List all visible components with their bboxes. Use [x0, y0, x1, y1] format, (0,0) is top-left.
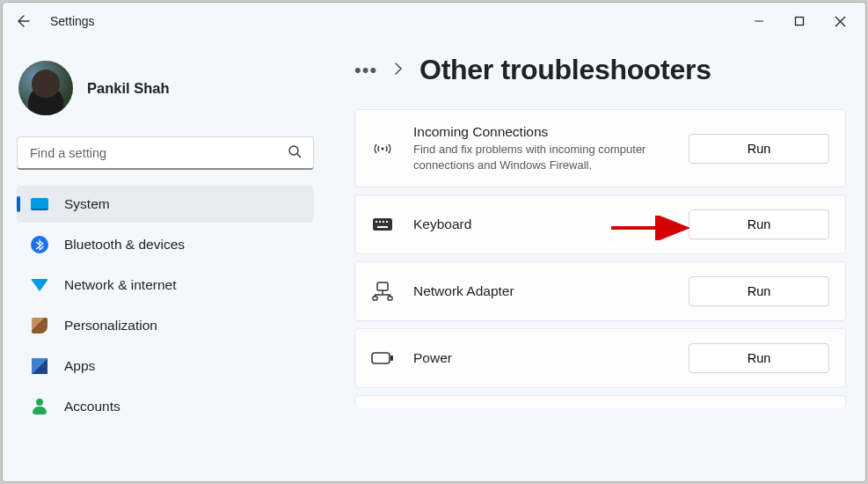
- profile[interactable]: Pankil Shah: [13, 54, 317, 131]
- svg-point-2: [289, 146, 298, 155]
- sidebar: Pankil Shah System Bluetooth & devices: [3, 40, 328, 481]
- close-button[interactable]: [820, 6, 860, 36]
- wifi-icon: [31, 276, 48, 294]
- page-title: Other troubleshooters: [419, 54, 711, 86]
- search-icon: [288, 144, 302, 162]
- sidebar-item-system[interactable]: System: [17, 186, 314, 223]
- maximize-button[interactable]: [779, 6, 820, 36]
- sidebar-item-label: Network & internet: [64, 277, 177, 293]
- search-input[interactable]: [17, 136, 314, 170]
- minimize-button[interactable]: [739, 6, 779, 36]
- troubleshooter-desc: Find and fix problems with incoming comp…: [413, 142, 669, 172]
- close-icon: [835, 16, 846, 27]
- avatar: [18, 61, 73, 115]
- sidebar-item-label: Bluetooth & devices: [64, 237, 185, 253]
- apps-icon: [31, 357, 48, 375]
- troubleshooter-title: Power: [413, 350, 669, 366]
- svg-rect-7: [379, 221, 381, 223]
- troubleshooter-incoming-connections[interactable]: Incoming Connections Find and fix proble…: [354, 109, 846, 187]
- page-header: ••• Other troubleshooters: [354, 54, 846, 86]
- troubleshooter-title: Keyboard: [413, 216, 669, 232]
- power-icon: [371, 351, 394, 365]
- sidebar-item-network[interactable]: Network & internet: [17, 267, 314, 304]
- titlebar: Settings: [3, 3, 865, 40]
- svg-rect-10: [377, 226, 388, 228]
- keyboard-icon: [371, 216, 394, 232]
- troubleshooter-partial: [354, 395, 846, 407]
- bluetooth-icon: [31, 236, 48, 253]
- troubleshooter-keyboard[interactable]: Keyboard Run: [354, 194, 846, 254]
- troubleshooter-network-adapter[interactable]: Network Adapter Run: [354, 261, 846, 321]
- troubleshooter-title: Network Adapter: [413, 283, 669, 299]
- back-arrow-icon: [16, 14, 30, 28]
- broadcast-icon: [371, 139, 394, 158]
- back-button[interactable]: [8, 6, 38, 36]
- monitor-icon: [31, 195, 48, 213]
- run-button[interactable]: Run: [689, 276, 829, 306]
- svg-point-4: [381, 147, 383, 150]
- minimize-icon: [754, 16, 764, 26]
- svg-rect-6: [376, 221, 377, 223]
- main-content: ••• Other troubleshooters Incoming Conne…: [328, 40, 865, 481]
- troubleshooter-power[interactable]: Power Run: [354, 328, 846, 388]
- sidebar-item-bluetooth[interactable]: Bluetooth & devices: [17, 226, 314, 263]
- window-title: Settings: [50, 14, 95, 28]
- svg-rect-18: [372, 353, 390, 363]
- sidebar-item-label: System: [64, 196, 110, 212]
- sidebar-item-label: Apps: [64, 358, 95, 374]
- svg-rect-1: [796, 18, 804, 26]
- window-controls: [739, 6, 860, 36]
- sidebar-item-accounts[interactable]: Accounts: [17, 388, 314, 425]
- sidebar-item-label: Personalization: [64, 318, 157, 334]
- user-name: Pankil Shah: [87, 80, 170, 97]
- svg-line-3: [297, 154, 301, 158]
- run-button[interactable]: Run: [689, 343, 829, 373]
- svg-rect-11: [377, 282, 388, 290]
- run-button[interactable]: Run: [689, 209, 829, 239]
- svg-rect-8: [383, 221, 384, 223]
- run-button[interactable]: Run: [689, 134, 829, 164]
- nav-list: System Bluetooth & devices Network & int…: [13, 182, 317, 481]
- svg-rect-9: [386, 221, 388, 223]
- chevron-right-icon: [393, 62, 404, 78]
- svg-rect-19: [390, 356, 393, 361]
- troubleshooter-title: Incoming Connections: [413, 124, 669, 140]
- sidebar-item-label: Accounts: [64, 399, 120, 414]
- svg-rect-15: [388, 297, 392, 300]
- sidebar-item-personalization[interactable]: Personalization: [17, 307, 314, 344]
- maximize-icon: [794, 16, 805, 26]
- more-button[interactable]: •••: [354, 59, 377, 82]
- sidebar-item-apps[interactable]: Apps: [17, 348, 314, 385]
- brush-icon: [31, 317, 48, 334]
- network-adapter-icon: [371, 282, 394, 301]
- account-icon: [31, 398, 48, 415]
- settings-window: Settings Pankil Shah System: [2, 2, 866, 482]
- svg-rect-5: [373, 218, 392, 231]
- search-box: [17, 136, 314, 170]
- svg-rect-14: [373, 297, 377, 300]
